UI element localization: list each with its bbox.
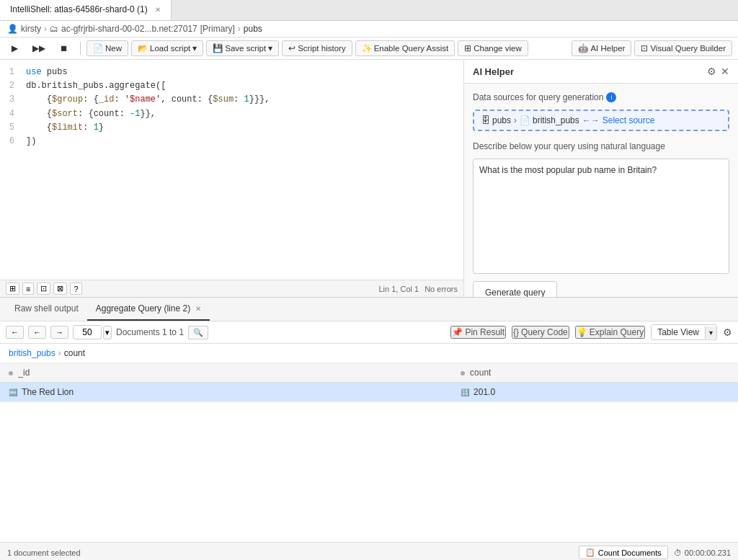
nav-prev-btn[interactable]: ← [28,326,46,339]
editor-help-btn[interactable]: ? [70,283,81,295]
view-mode-dropdown-icon[interactable]: ▾ [705,326,716,339]
data-table: _id count 🔤 The Red Lion [0,363,738,402]
ai-panel-controls: ⚙ ✕ [707,66,729,77]
select-source-btn[interactable]: Select source [603,115,655,125]
assist-icon: ✨ [362,43,372,53]
main-area: 123456 use pubs db.british_pubs.aggregat… [0,60,738,560]
table-header: _id count [0,363,738,383]
history-icon: ↩ [288,43,295,53]
visual-query-builder-button[interactable]: ⊡ Visual Query Builder [634,40,732,56]
editor-btn-1[interactable]: ⊞ [6,283,19,295]
time-display: ⏱ 00:00:00.231 [674,548,731,557]
page-size-dropdown-icon[interactable]: ▾ [103,326,112,339]
ai-icon: 🤖 [578,43,588,53]
vqb-icon: ⊡ [641,43,648,53]
ai-query-textarea[interactable]: What is the most popular pub name in Bri… [473,159,729,274]
ai-data-sources-label: Data sources for query generation i [473,92,729,102]
editor-footer: ⊞ ≡ ⊡ ⊠ ? Lin 1, Col 1 No errors [0,280,463,297]
collection-icon: 📄 [520,115,530,125]
change-view-button[interactable]: ⊞ Change view [458,40,528,56]
editor-btn-2[interactable]: ≡ [22,283,34,295]
string-icon: 🔤 [9,388,17,396]
pin-result-button[interactable]: 📌 Pin Result [450,326,506,339]
cell-count: 🔢 201.0 [452,383,738,402]
main-toolbar: ▶ ▶▶ ⏹ 📄 New 📂 Load script ▾ 💾 Save scri… [0,37,738,60]
query-code-button[interactable]: {} Query Code [512,326,569,339]
nav-first-btn[interactable]: ← [6,326,24,339]
tab-raw-shell[interactable]: Raw shell output [6,298,87,321]
editor-area: 123456 use pubs db.british_pubs.aggregat… [0,60,738,298]
explain-query-button[interactable]: 💡 Explain Query [575,326,645,339]
header-row: _id count [0,363,738,383]
ai-panel-body: Data sources for query generation i 🗄 pu… [464,84,738,297]
data-breadcrumb: british_pubs › count [0,344,738,363]
code-lines[interactable]: use pubs db.british_pubs.aggregate([ {$g… [20,63,463,277]
new-icon: 📄 [93,43,103,53]
run-all-button[interactable]: ▶▶ [27,41,51,55]
line-numbers: 123456 [0,63,20,277]
results-panel: Raw shell output Aggregate Query (line 2… [0,298,738,560]
tab-label: IntelliShell: atlas-64586r-shard-0 (1) [10,4,148,14]
count-icon: 📋 [585,548,595,557]
results-tabs: Raw shell output Aggregate Query (line 2… [0,298,738,321]
filter-button[interactable]: 🔍 [188,326,208,339]
col-count-dot [461,371,465,375]
editor-btn-3[interactable]: ⊡ [37,283,50,295]
view-mode-select[interactable]: Table View ▾ [651,324,717,340]
number-icon: 🔢 [461,388,469,396]
source-sep2: ←→ [582,115,600,125]
info-icon: i [606,92,616,102]
doc-range-label: Documents 1 to 1 [116,327,184,337]
db-icon: 🗄 [481,115,490,125]
enable-query-assist-button[interactable]: ✨ Enable Query Assist [355,40,455,56]
sep2: › [238,24,241,34]
results-toolbar: ← ← → ▾ Documents 1 to 1 🔍 📌 Pin Result … [0,321,738,344]
tab-bar: IntelliShell: atlas-64586r-shard-0 (1) ✕ [0,0,738,21]
ai-close-icon[interactable]: ✕ [721,66,729,77]
results-settings-icon[interactable]: ⚙ [723,326,732,338]
page-size-input[interactable] [73,325,102,339]
editor-errors: No errors [424,285,458,293]
code-icon: {} [513,327,519,337]
run-button[interactable]: ▶ [6,41,24,55]
cell-id: 🔤 The Red Lion [0,383,452,402]
ai-source-chain: 🗄 pubs › 📄 british_pubs ←→ Select source [473,110,729,131]
sep1: › [44,24,47,34]
db-name: pubs [244,24,262,34]
status-bar: 1 document selected 📋 Count Documents ⏱ … [0,542,738,560]
tab-aggregate-close-icon[interactable]: ✕ [195,305,201,313]
nav-next-btn[interactable]: → [50,326,68,339]
host-icon: 🗂 [50,24,58,34]
ai-settings-icon[interactable]: ⚙ [707,66,716,77]
main-tab[interactable]: IntelliShell: atlas-64586r-shard-0 (1) ✕ [0,0,172,20]
tab-close-icon[interactable]: ✕ [155,6,161,14]
ai-source-pubs: 🗄 pubs [481,115,511,125]
code-editor[interactable]: 123456 use pubs db.british_pubs.aggregat… [0,60,464,297]
col-id: _id [0,363,452,383]
breadcrumb-sep: › [58,348,61,358]
connection-bar: 👤 kirsty › 🗂 ac-gfrjrbi-shard-00-02...b.… [0,21,738,37]
generate-query-button[interactable]: Generate query [473,281,557,297]
save-script-button[interactable]: 💾 Save script ▾ [206,40,279,56]
tab-aggregate-query[interactable]: Aggregate Query (line 2) ✕ [87,298,210,321]
stop-button[interactable]: ⏹ [54,42,74,55]
col-count: count [452,363,738,383]
editor-btn-4[interactable]: ⊠ [53,283,67,295]
ai-helper-button[interactable]: 🤖 AI Helper [572,40,631,56]
source-sep: › [514,115,517,125]
breadcrumb-db[interactable]: british_pubs [9,348,55,358]
view-icon: ⊞ [464,43,471,53]
ai-helper-panel: AI Helper ⚙ ✕ Data sources for query gen… [464,60,738,297]
ai-describe-label: Describe below your query using natural … [473,141,729,151]
editor-footer-buttons: ⊞ ≡ ⊡ ⊠ ? [6,283,82,295]
host-name: ac-gfrjrbi-shard-00-02...b.net:27017 [61,24,197,34]
data-table-wrap: _id count 🔤 The Red Lion [0,363,738,542]
load-script-button[interactable]: 📂 Load script ▾ [131,40,203,56]
results-toolbar-right: 📌 Pin Result {} Query Code 💡 Explain Que… [450,324,732,340]
mode-label: [Primary] [200,24,235,34]
count-documents-button[interactable]: 📋 Count Documents [579,546,668,559]
code-content[interactable]: 123456 use pubs db.british_pubs.aggregat… [0,60,463,280]
new-button[interactable]: 📄 New [86,40,128,56]
table-row[interactable]: 🔤 The Red Lion 🔢 201.0 [0,383,738,402]
script-history-button[interactable]: ↩ Script history [282,40,352,56]
